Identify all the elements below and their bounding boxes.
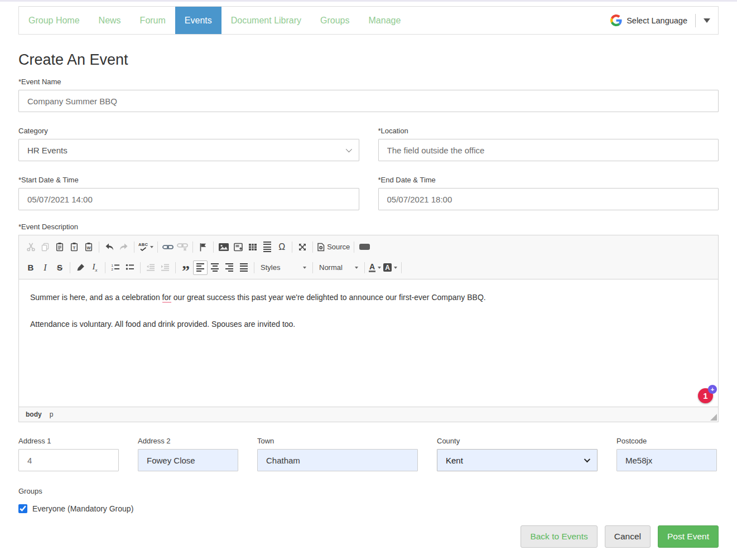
post-event-button[interactable]: Post Event	[658, 525, 719, 548]
special-character-icon[interactable]: Ω	[274, 240, 289, 254]
toolbar-separator	[401, 262, 402, 273]
increase-indent-icon[interactable]	[158, 260, 172, 275]
unlink-icon[interactable]	[175, 240, 190, 254]
element-path-body[interactable]: body	[26, 411, 42, 418]
element-path-p[interactable]: p	[50, 411, 54, 418]
back-to-events-button[interactable]: Back to Events	[521, 525, 597, 548]
editor-content-area[interactable]: Summer is here, and as a celebration for…	[19, 279, 718, 407]
paste-icon[interactable]	[52, 240, 67, 254]
remove-format-glyph: Ix	[93, 262, 98, 273]
nav-forum[interactable]: Forum	[131, 7, 175, 34]
nav-document-library[interactable]: Document Library	[221, 7, 311, 34]
chevron-down-icon[interactable]	[704, 18, 710, 23]
image-icon[interactable]	[216, 240, 231, 254]
end-datetime-input[interactable]	[378, 188, 719, 210]
spell-check-text: ABC	[138, 243, 148, 247]
category-select-value: HR Events	[27, 146, 68, 155]
editor-resize-handle[interactable]	[710, 414, 717, 421]
address2-input[interactable]	[138, 449, 238, 471]
blockquote-icon[interactable]: ”	[179, 260, 193, 275]
language-selector[interactable]: Select Language	[610, 7, 718, 34]
source-label: Source	[327, 243, 350, 251]
paragraph-format-dropdown[interactable]: Normal	[316, 260, 362, 275]
start-datetime-label: *Start Date & Time	[18, 176, 359, 184]
text-color-glyph: A	[369, 263, 375, 272]
placeholder-icon[interactable]	[231, 240, 245, 254]
toolbar-separator	[134, 242, 134, 253]
iframe-button-icon[interactable]	[357, 240, 372, 254]
bold-button[interactable]: B	[23, 260, 38, 275]
badge-plus-icon: +	[708, 385, 717, 394]
source-button[interactable]: Source	[316, 240, 351, 254]
dropdown-arrow-icon	[378, 267, 381, 269]
start-datetime-input[interactable]	[18, 188, 359, 210]
align-left-button[interactable]	[193, 260, 208, 275]
category-select[interactable]: HR Events	[18, 139, 359, 161]
toolbar-separator	[213, 242, 214, 253]
strikethrough-button[interactable]: S	[52, 260, 67, 275]
nav-events[interactable]: Events	[175, 7, 221, 34]
copy-icon[interactable]	[38, 240, 52, 254]
dropdown-arrow-icon	[394, 267, 397, 269]
spell-check-icon[interactable]: ABC	[137, 240, 155, 254]
chevron-down-icon	[584, 456, 590, 462]
chevron-down-icon	[345, 146, 351, 152]
divider	[695, 14, 696, 27]
link-icon[interactable]	[161, 240, 175, 254]
paste-plain-text-icon[interactable]: T	[67, 240, 81, 254]
paste-from-word-icon[interactable]: W	[81, 240, 96, 254]
window-top-edge	[0, 0, 737, 2]
justify-glyph	[240, 263, 248, 272]
copy-formatting-icon[interactable]	[73, 260, 88, 275]
nav-manage[interactable]: Manage	[359, 7, 411, 34]
badge-count: 1	[703, 391, 707, 400]
postcode-input[interactable]	[616, 449, 717, 471]
location-label: *Location	[378, 127, 719, 135]
toolbar-separator	[192, 242, 193, 253]
maximize-icon[interactable]	[295, 240, 310, 254]
omega-glyph: Ω	[278, 242, 285, 252]
align-center-button[interactable]	[208, 260, 222, 275]
town-input[interactable]	[257, 449, 418, 471]
county-select[interactable]: Kent	[437, 449, 598, 471]
groups-label: Groups	[18, 487, 719, 495]
remove-format-button[interactable]: Ix	[88, 260, 102, 275]
bulleted-list-icon[interactable]	[123, 260, 137, 275]
dropdown-arrow-icon	[150, 246, 153, 248]
nav-groups[interactable]: Groups	[311, 7, 359, 34]
toolbar-separator	[312, 262, 313, 273]
grammar-assistant-badge[interactable]: 1 +	[698, 388, 713, 403]
cut-icon[interactable]	[23, 240, 38, 254]
numbered-list-icon[interactable]: 1 2	[108, 260, 123, 275]
undo-icon[interactable]	[102, 240, 117, 254]
horizontal-rule-icon[interactable]	[260, 240, 274, 254]
address1-input[interactable]	[18, 449, 119, 471]
everyone-group-checkbox[interactable]	[18, 504, 27, 513]
nav-news[interactable]: News	[89, 7, 131, 34]
table-icon[interactable]	[245, 240, 260, 254]
blockquote-glyph: ”	[182, 269, 190, 273]
align-right-button[interactable]	[222, 260, 237, 275]
town-label: Town	[257, 437, 418, 445]
nav-group-home[interactable]: Group Home	[19, 7, 89, 34]
justify-button[interactable]	[237, 260, 251, 275]
toolbar-separator	[364, 262, 365, 273]
text-color-button[interactable]: A	[368, 260, 382, 275]
toolbar-separator	[157, 242, 158, 253]
decrease-indent-icon[interactable]	[143, 260, 158, 275]
redo-icon[interactable]	[117, 240, 131, 254]
top-navigation: Group Home News Forum Events Document Li…	[18, 6, 719, 35]
cancel-button[interactable]: Cancel	[605, 525, 651, 548]
toolbar-separator	[354, 242, 354, 253]
event-name-input[interactable]	[18, 90, 719, 112]
styles-dropdown-label: Styles	[261, 263, 280, 272]
dropdown-arrow-icon	[303, 267, 306, 269]
location-input[interactable]	[378, 139, 719, 161]
toolbar-row-2: B I S Ix 1 2	[21, 257, 716, 278]
language-selector-label: Select Language	[627, 16, 687, 25]
styles-dropdown[interactable]: Styles	[257, 260, 310, 275]
everyone-group-label: Everyone (Mandatory Group)	[32, 504, 133, 513]
italic-button[interactable]: I	[38, 260, 52, 275]
anchor-flag-icon[interactable]	[196, 240, 210, 254]
background-color-button[interactable]: A	[382, 260, 398, 275]
